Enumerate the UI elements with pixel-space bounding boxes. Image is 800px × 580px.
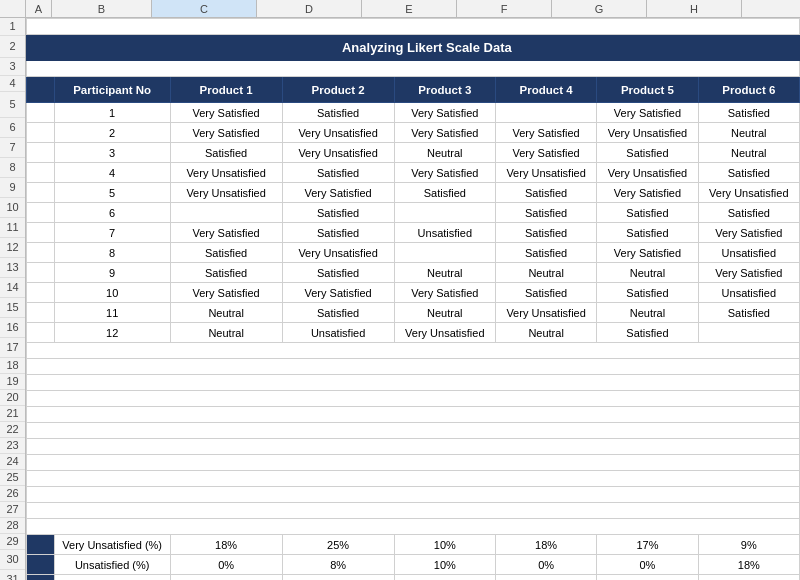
cell-r5-p4[interactable] bbox=[495, 103, 596, 123]
val-u-p1[interactable]: 0% bbox=[170, 555, 282, 575]
table-row: 6 Satisfied Satisfied Satisfied Satisfie… bbox=[27, 203, 800, 223]
val-u-p5[interactable]: 0% bbox=[597, 555, 698, 575]
val-n-p2[interactable]: 0% bbox=[282, 575, 394, 581]
column-header-row: A B C D E F G H bbox=[0, 0, 800, 18]
table-row: 10 Very Satisfied Very Satisfied Very Sa… bbox=[27, 283, 800, 303]
val-u-p3[interactable]: 10% bbox=[394, 555, 495, 575]
row-num-20: 20 bbox=[0, 390, 25, 406]
col-header-c[interactable]: C bbox=[152, 0, 257, 17]
val-vu-p6[interactable]: 9% bbox=[698, 535, 799, 555]
gap-row bbox=[27, 391, 800, 407]
row-num-27: 27 bbox=[0, 502, 25, 518]
row-1 bbox=[27, 19, 800, 35]
gap-row bbox=[27, 519, 800, 535]
label-very-unsatisfied: Very Unsatisfied (%) bbox=[54, 535, 170, 555]
table-row: 1 Very Satisfied Satisfied Very Satisfie… bbox=[27, 103, 800, 123]
header-product6: Product 6 bbox=[698, 77, 799, 103]
cell-r5-p1[interactable]: Very Satisfied bbox=[170, 103, 282, 123]
table-row: 3 Satisfied Very Unsatisfied Neutral Ver… bbox=[27, 143, 800, 163]
row-num-17: 17 bbox=[0, 338, 25, 358]
spreadsheet-title: Analyzing Likert Scale Data bbox=[54, 35, 799, 61]
header-product2: Product 2 bbox=[282, 77, 394, 103]
row-num-22: 22 bbox=[0, 422, 25, 438]
cell-r6-p6[interactable]: Neutral bbox=[698, 123, 799, 143]
cell-r6-p1[interactable]: Very Satisfied bbox=[170, 123, 282, 143]
gap-row bbox=[27, 455, 800, 471]
grid-area: Analyzing Likert Scale Data Participant … bbox=[26, 18, 800, 580]
table-row: 9 Satisfied Satisfied Neutral Neutral Ne… bbox=[27, 263, 800, 283]
row-2-title: Analyzing Likert Scale Data bbox=[27, 35, 800, 61]
val-u-p4[interactable]: 0% bbox=[495, 555, 596, 575]
row-num-2: 2 bbox=[0, 36, 25, 58]
cell-r5-participant[interactable]: 1 bbox=[54, 103, 170, 123]
summary-row-neutral: Neutral (%) 18% 0% 30% 18% 17% 18% bbox=[27, 575, 800, 581]
table-row: 7 Very Satisfied Satisfied Unsatisfied S… bbox=[27, 223, 800, 243]
val-vu-p2[interactable]: 25% bbox=[282, 535, 394, 555]
gap-row bbox=[27, 343, 800, 359]
row-num-11: 11 bbox=[0, 218, 25, 238]
row-num-14: 14 bbox=[0, 278, 25, 298]
gap-row bbox=[27, 407, 800, 423]
row-num-13: 13 bbox=[0, 258, 25, 278]
cell-r5-p3[interactable]: Very Satisfied bbox=[394, 103, 495, 123]
cell-r6-participant[interactable]: 2 bbox=[54, 123, 170, 143]
row-num-26: 26 bbox=[0, 486, 25, 502]
body-area: 1234567891011121314151617181920212223242… bbox=[0, 18, 800, 580]
val-n-p4[interactable]: 18% bbox=[495, 575, 596, 581]
cell-r6-p2[interactable]: Very Unsatisfied bbox=[282, 123, 394, 143]
col-header-e[interactable]: E bbox=[362, 0, 457, 17]
header-product4: Product 4 bbox=[495, 77, 596, 103]
cell-r6-p4[interactable]: Very Satisfied bbox=[495, 123, 596, 143]
col-header-d[interactable]: D bbox=[257, 0, 362, 17]
row-num-4: 4 bbox=[0, 76, 25, 92]
row-num-8: 8 bbox=[0, 158, 25, 178]
cell-r6-p3[interactable]: Very Satisfied bbox=[394, 123, 495, 143]
gap-row bbox=[27, 439, 800, 455]
row-num-25: 25 bbox=[0, 470, 25, 486]
row-num-15: 15 bbox=[0, 298, 25, 318]
cell-r6-p5[interactable]: Very Unsatisfied bbox=[597, 123, 698, 143]
header-product3: Product 3 bbox=[394, 77, 495, 103]
corner-cell bbox=[0, 0, 26, 17]
col-a-empty bbox=[27, 77, 55, 103]
val-u-p6[interactable]: 18% bbox=[698, 555, 799, 575]
val-n-p3[interactable]: 30% bbox=[394, 575, 495, 581]
val-vu-p1[interactable]: 18% bbox=[170, 535, 282, 555]
cell-r5-p6[interactable]: Satisfied bbox=[698, 103, 799, 123]
val-vu-p4[interactable]: 18% bbox=[495, 535, 596, 555]
val-vu-p3[interactable]: 10% bbox=[394, 535, 495, 555]
row-num-28: 28 bbox=[0, 518, 25, 534]
row-num-19: 19 bbox=[0, 374, 25, 390]
table-row: 12 Neutral Unsatisfied Very Unsatisfied … bbox=[27, 323, 800, 343]
cell-r5-p5[interactable]: Very Satisfied bbox=[597, 103, 698, 123]
row-numbers: 1234567891011121314151617181920212223242… bbox=[0, 18, 26, 580]
col-header-g[interactable]: G bbox=[552, 0, 647, 17]
gap-row bbox=[27, 359, 800, 375]
row-num-23: 23 bbox=[0, 438, 25, 454]
val-vu-p5[interactable]: 17% bbox=[597, 535, 698, 555]
row-num-1: 1 bbox=[0, 18, 25, 36]
row-num-3: 3 bbox=[0, 58, 25, 76]
col-header-h[interactable]: H bbox=[647, 0, 742, 17]
row-num-9: 9 bbox=[0, 178, 25, 198]
val-n-p6[interactable]: 18% bbox=[698, 575, 799, 581]
header-participant: Participant No bbox=[54, 77, 170, 103]
val-u-p2[interactable]: 8% bbox=[282, 555, 394, 575]
row-num-12: 12 bbox=[0, 238, 25, 258]
summary-row-unsatisfied: Unsatisfied (%) 0% 8% 10% 0% 0% 18% bbox=[27, 555, 800, 575]
header-product5: Product 5 bbox=[597, 77, 698, 103]
table-row: 5 Very Unsatisfied Very Satisfied Satisf… bbox=[27, 183, 800, 203]
col-header-f[interactable]: F bbox=[457, 0, 552, 17]
table-row: 2 Very Satisfied Very Unsatisfied Very S… bbox=[27, 123, 800, 143]
gap-row bbox=[27, 471, 800, 487]
cell-r5-p2[interactable]: Satisfied bbox=[282, 103, 394, 123]
gap-row bbox=[27, 375, 800, 391]
val-n-p5[interactable]: 17% bbox=[597, 575, 698, 581]
row-num-7: 7 bbox=[0, 138, 25, 158]
row-num-18: 18 bbox=[0, 358, 25, 374]
val-n-p1[interactable]: 18% bbox=[170, 575, 282, 581]
col-header-b[interactable]: B bbox=[52, 0, 152, 17]
summary-row-very-unsatisfied: Very Unsatisfied (%) 18% 25% 10% 18% 17%… bbox=[27, 535, 800, 555]
row-num-6: 6 bbox=[0, 118, 25, 138]
col-header-a[interactable]: A bbox=[26, 0, 52, 17]
